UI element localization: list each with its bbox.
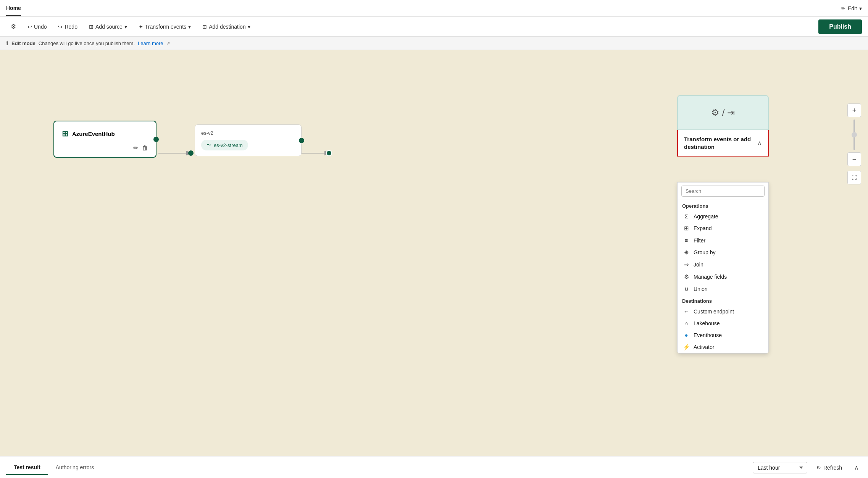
add-destination-button[interactable]: ⊡ Add destination ▾ [198, 21, 255, 32]
zoom-out-button[interactable]: − [847, 152, 861, 166]
expand-icon: ⊞ [683, 225, 690, 232]
stream-connector-right [299, 138, 304, 143]
collapse-transform-button[interactable]: ∧ [757, 139, 762, 147]
edit-button[interactable]: ✏ Edit ▾ [841, 5, 862, 11]
edit-pencil-icon: ✏ [841, 5, 845, 11]
filter-icon: ≡ [683, 237, 690, 244]
join-item[interactable]: ⇒ Join [678, 258, 768, 271]
operations-section-label: Operations [678, 200, 768, 210]
lakehouse-icon: ⌂ [683, 320, 690, 326]
edit-chevron-icon: ▾ [859, 5, 862, 11]
filter-item[interactable]: ≡ Filter [678, 234, 768, 246]
transform-events-button[interactable]: ✦ Transform events ▾ [134, 21, 195, 32]
settings-button[interactable]: ⚙ [6, 21, 21, 32]
add-source-button[interactable]: ⊞ Add source ▾ [84, 21, 132, 32]
destinations-section-label: Destinations [678, 295, 768, 305]
activator-icon: ⚡ [683, 344, 690, 350]
add-source-chevron-icon: ▾ [124, 24, 127, 30]
test-result-tab[interactable]: Test result [6, 460, 48, 475]
search-input[interactable] [681, 186, 765, 197]
zoom-in-button[interactable]: + [847, 103, 861, 117]
stream-chip-icon: 〜 [207, 142, 211, 149]
bottom-panel: Test result Authoring errors Last hour L… [0, 457, 868, 478]
activator-item[interactable]: ⚡ Activator [678, 341, 768, 353]
transform-destination-panel: ⚙ / ⇥ Transform events or add destinatio… [677, 95, 769, 157]
refresh-icon: ↻ [816, 465, 821, 471]
group-by-item[interactable]: ⊕ Group by [678, 246, 768, 258]
add-destination-icon: ⊡ [202, 24, 207, 30]
azure-event-hub-icon: ⊞ [62, 129, 68, 138]
source-node-label: AzureEventHub [72, 131, 115, 137]
stream-chip-text: es-v2-stream [214, 142, 243, 148]
svg-point-2 [188, 150, 194, 156]
transform-icon: ✦ [139, 24, 143, 30]
edit-mode-banner: ℹ Edit mode Changes will go live once yo… [0, 37, 868, 50]
svg-point-4 [326, 150, 332, 156]
source-connector-right [153, 137, 159, 142]
delete-node-button[interactable]: 🗑 [142, 144, 148, 152]
custom-endpoint-icon: ← [683, 308, 690, 315]
home-tab[interactable]: Home [6, 1, 21, 16]
info-icon: ℹ [6, 40, 8, 47]
external-link-icon: ↗ [166, 41, 170, 46]
transform-title-box[interactable]: Transform events or add destination ∧ [677, 130, 769, 157]
collapse-bottom-button[interactable]: ∧ [851, 462, 862, 473]
eventhouse-icon: ● [683, 332, 690, 338]
join-icon: ⇒ [683, 261, 690, 268]
zoom-controls: + − ⛶ [847, 103, 861, 184]
zoom-fit-button[interactable]: ⛶ [847, 171, 861, 184]
manage-fields-icon: ⚙ [683, 273, 690, 280]
transform-header-icons: ⚙ / ⇥ [711, 107, 735, 118]
union-item[interactable]: ∪ Union [678, 283, 768, 295]
lakehouse-item[interactable]: ⌂ Lakehouse [678, 317, 768, 329]
redo-button[interactable]: ↪ Redo [53, 21, 82, 32]
undo-button[interactable]: ↩ Undo [23, 21, 51, 32]
expand-item[interactable]: ⊞ Expand [678, 222, 768, 234]
custom-endpoint-item[interactable]: ← Custom endpoint [678, 305, 768, 317]
publish-button[interactable]: Publish [818, 19, 862, 34]
union-icon: ∪ [683, 286, 690, 292]
edit-node-button[interactable]: ✏ [133, 144, 138, 152]
time-range-select[interactable]: Last hour Last 30 minutes Last 24 hours [753, 462, 807, 473]
operations-dropdown: Operations Σ Aggregate ⊞ Expand ≡ Filter… [677, 182, 769, 354]
stream-node-label: es-v2 [201, 130, 295, 136]
redo-icon: ↪ [58, 24, 63, 30]
transform-title-text: Transform events or add destination [684, 136, 757, 150]
add-source-icon: ⊞ [89, 24, 94, 30]
settings-icon: ⚙ [11, 23, 16, 30]
bottom-tabs: Test result Authoring errors [6, 460, 102, 475]
aggregate-item[interactable]: Σ Aggregate [678, 210, 768, 222]
learn-more-link[interactable]: Learn more [138, 40, 163, 46]
zoom-handle[interactable] [852, 132, 857, 137]
transform-header: ⚙ / ⇥ [677, 95, 769, 130]
add-destination-chevron-icon: ▾ [248, 24, 250, 30]
eventhouse-item[interactable]: ● Eventhouse [678, 329, 768, 341]
manage-fields-item[interactable]: ⚙ Manage fields [678, 271, 768, 283]
transform-chevron-icon: ▾ [188, 24, 191, 30]
undo-icon: ↩ [27, 24, 32, 30]
stream-node: es-v2 〜 es-v2-stream [195, 124, 302, 156]
authoring-errors-tab[interactable]: Authoring errors [48, 460, 102, 475]
canvas-area: ⊞ AzureEventHub ✏ 🗑 es-v2 〜 es-v2-stream… [0, 50, 868, 456]
group-by-icon: ⊕ [683, 249, 690, 256]
source-node: ⊞ AzureEventHub ✏ 🗑 [53, 121, 156, 158]
refresh-button[interactable]: ↻ Refresh [811, 462, 847, 473]
stream-chip[interactable]: 〜 es-v2-stream [201, 140, 248, 150]
zoom-slider[interactable] [853, 120, 855, 150]
aggregate-icon: Σ [683, 213, 690, 220]
